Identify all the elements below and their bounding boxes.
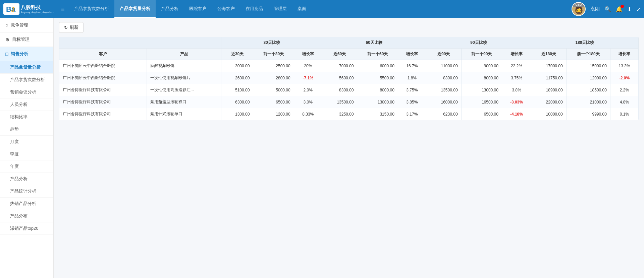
cell-r3-c0: 广州舍得医疗科技有限公司 <box>59 96 147 108</box>
cell-r1-c0: 广州不知所云中西医结合医院 <box>59 72 147 84</box>
sidebar-sub-s3[interactable]: 营销会议分析 <box>0 86 53 98</box>
cell-r4-c6: 3150.00 <box>357 108 398 120</box>
cell-r0-c2: 3000.00 <box>221 60 253 72</box>
cell-r4-c4: 8.33% <box>294 108 322 120</box>
header-group-0 <box>59 37 221 49</box>
nav-tab-tab2[interactable]: 产品拿货量分析 <box>114 0 156 18</box>
top-navigation: Ba J 八骏科技 Anyway, Anytime, Anywhere ≡ 产品… <box>0 0 644 18</box>
sidebar-sub-s14[interactable]: 滞销产品top20 <box>0 222 53 235</box>
sidebar-sub-s6[interactable]: 趋势 <box>0 123 53 136</box>
nav-tab-tab6[interactable]: 在用竞品 <box>240 0 268 18</box>
nav-tab-tab8[interactable]: 桌面 <box>292 0 312 18</box>
cell-r3-c7: 3.85% <box>398 96 426 108</box>
cell-r3-c11: 22000.00 <box>531 96 566 108</box>
cell-r0-c12: 15000.00 <box>566 60 610 72</box>
table-row: 广州不知所云中西医结合医院一次性使用视频喉镜片2600.002800.00-7.… <box>59 72 639 84</box>
cell-r3-c5: 13500.00 <box>322 96 357 108</box>
cell-r3-c13: 4.8% <box>610 96 638 108</box>
cell-r1-c11: 11750.00 <box>531 72 566 84</box>
sidebar-icon-g3: □ <box>5 51 8 57</box>
cell-r4-c7: 3.17% <box>398 108 426 120</box>
sidebar-item-g2[interactable]: ⊕目标管理 <box>0 32 53 47</box>
col-header-3: 前一个30天 <box>253 49 294 60</box>
nav-tab-tab7[interactable]: 管理层 <box>268 0 292 18</box>
nav-tab-tab3[interactable]: 产品分析 <box>156 0 184 18</box>
svg-text:J: J <box>11 5 15 13</box>
cell-r1-c13: -2.0% <box>610 72 638 84</box>
username: 袁朗 <box>590 6 600 12</box>
cell-r4-c9: 6500.00 <box>461 108 502 120</box>
cell-r1-c2: 2600.00 <box>221 72 253 84</box>
cell-r1-c7: 1.8% <box>398 72 426 84</box>
sidebar-sub-s8[interactable]: 季度 <box>0 148 53 160</box>
logo-text: 八骏科技 Anyway, Anytime, Anywhere <box>19 4 54 14</box>
cell-r4-c11: 10000.00 <box>531 108 566 120</box>
sidebar-sub-s5[interactable]: 结构比率 <box>0 111 53 123</box>
search-icon[interactable]: 🔍 <box>604 6 611 12</box>
cell-r3-c8: 16000.00 <box>426 96 461 108</box>
cell-r2-c4: 2.0% <box>294 84 322 96</box>
col-header-7: 增长率 <box>398 49 426 60</box>
nav-tab-tab5[interactable]: 公海客户 <box>212 0 240 18</box>
refresh-icon: ↻ <box>64 25 68 30</box>
col-header-9: 前一个90天 <box>461 49 502 60</box>
nav-tab-tab1[interactable]: 产品拿货次数分析 <box>69 0 114 18</box>
col-header-13: 增长率 <box>610 49 638 60</box>
cell-r4-c1: 泵用针式滚轮单口 <box>147 108 221 120</box>
cell-r0-c1: 麻醉视频喉镜 <box>147 60 221 72</box>
cell-r1-c1: 一次性使用视频喉镜片 <box>147 72 221 84</box>
menu-icon[interactable]: ≡ <box>61 6 65 13</box>
refresh-button[interactable]: ↻ 刷新 <box>59 22 84 33</box>
sidebar-label-g3: 销售分析 <box>11 51 28 57</box>
cell-r4-c2: 1300.00 <box>221 108 253 120</box>
cell-r4-c8: 6230.00 <box>426 108 461 120</box>
cell-r2-c2: 5100.00 <box>221 84 253 96</box>
sidebar-sub-s1[interactable]: 产品拿货量分析 <box>0 61 53 74</box>
table-row: 广州舍得医疗科技有限公司一次性使用高压造影注...5100.005000.002… <box>59 84 639 96</box>
bell-container: 🔔 <box>616 6 623 12</box>
sidebar-sub-s9[interactable]: 年度 <box>0 160 53 173</box>
cell-r3-c12: 21000.00 <box>566 96 610 108</box>
table-row: 广州舍得医疗科技有限公司泵用针式滚轮单口1300.001200.008.33%3… <box>59 108 639 120</box>
col-header-0: 客户 <box>59 49 147 60</box>
header-group-1: 30天比较 <box>221 37 322 49</box>
cell-r2-c7: 3.75% <box>398 84 426 96</box>
sidebar-item-g1[interactable]: ○竞争管理 <box>0 18 53 32</box>
sidebar-sub-s4[interactable]: 人员分析 <box>0 98 53 111</box>
avatar-face: 🧔 <box>574 6 583 15</box>
sidebar-sub-s13[interactable]: 产品分布 <box>0 210 53 222</box>
cell-r3-c10: -3.03% <box>502 96 531 108</box>
sidebar-icon-g1: ○ <box>5 22 8 28</box>
nav-tab-tab4[interactable]: 医院客户 <box>184 0 212 18</box>
cell-r3-c2: 6300.00 <box>221 96 253 108</box>
sidebar-label-g1: 竞争管理 <box>11 22 28 28</box>
cell-r0-c11: 17000.00 <box>531 60 566 72</box>
cell-r2-c12: 18500.00 <box>566 84 610 96</box>
expand-icon[interactable]: ⤢ <box>636 6 641 12</box>
col-header-11: 近180天 <box>531 49 566 60</box>
download-icon[interactable]: ⬇ <box>627 6 632 12</box>
header-group-3: 90天比较 <box>426 37 531 49</box>
cell-r2-c9: 13000.00 <box>461 84 502 96</box>
cell-r0-c4: 20% <box>294 60 322 72</box>
cell-r4-c3: 1200.00 <box>253 108 294 120</box>
sidebar-item-g3[interactable]: □销售分析 <box>0 47 53 61</box>
logo-cn: 八骏科技 <box>21 4 41 11</box>
cell-r2-c13: 2.2% <box>610 84 638 96</box>
cell-r3-c1: 泵用瓶盖型滚轮双口 <box>147 96 221 108</box>
sidebar-sub-s10[interactable]: 产品分析 <box>0 173 53 185</box>
nav-tabs: 产品拿货次数分析产品拿货量分析产品分析医院客户公海客户在用竞品管理层桌面 <box>69 0 572 18</box>
avatar: CEO 🧔 <box>572 2 586 16</box>
table-wrapper: 30天比较60天比较90天比较180天比较客户产品近30天前一个30天增长率近6… <box>59 37 639 120</box>
cell-r2-c6: 8000.00 <box>357 84 398 96</box>
sidebar-sub-s12[interactable]: 热销产品分析 <box>0 198 53 210</box>
col-header-6: 前一个60天 <box>357 49 398 60</box>
sidebar-sub-s11[interactable]: 产品统计分析 <box>0 185 53 198</box>
avatar-role: CEO <box>572 3 585 7</box>
sidebar-sub-s2[interactable]: 产品拿货次数分析 <box>0 74 53 86</box>
logo-area: Ba J 八骏科技 Anyway, Anytime, Anywhere <box>3 3 57 15</box>
sidebar-sub-s7[interactable]: 月度 <box>0 136 53 148</box>
col-header-4: 增长率 <box>294 49 322 60</box>
logo-icon: Ba J <box>5 4 17 14</box>
cell-r4-c0: 广州舍得医疗科技有限公司 <box>59 108 147 120</box>
